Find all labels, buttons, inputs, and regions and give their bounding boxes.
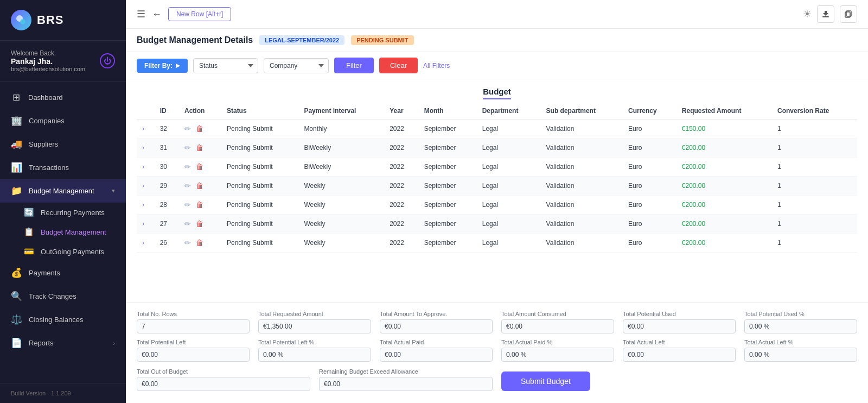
- sidebar-item-budget-management-sub[interactable]: 📋 Budget Management: [0, 222, 126, 242]
- edit-icon[interactable]: ✏: [184, 143, 191, 152]
- cell-status: Pending Submit: [221, 119, 298, 138]
- actual-paid-pct-value[interactable]: [501, 348, 614, 362]
- recurring-payments-icon: 🔄: [24, 207, 34, 217]
- delete-icon[interactable]: 🗑: [196, 162, 203, 171]
- copy-button[interactable]: [840, 5, 857, 23]
- edit-icon[interactable]: ✏: [184, 181, 191, 190]
- total-consumed-value[interactable]: [501, 319, 614, 333]
- companies-icon: 🏢: [11, 115, 22, 127]
- sidebar-item-budget-management[interactable]: 📁 Budget Management ▾: [0, 179, 126, 203]
- cell-requested-amount: €200.00: [676, 234, 772, 253]
- sidebar-item-label: Closing Balances: [29, 316, 83, 324]
- expand-icon[interactable]: ›: [142, 220, 144, 228]
- clear-button[interactable]: Clear: [379, 58, 418, 73]
- edit-icon[interactable]: ✏: [184, 124, 191, 133]
- sidebar: BRS Welcome Back, Pankaj Jha. brs@better…: [0, 0, 126, 403]
- actual-left-value[interactable]: [623, 348, 736, 362]
- potential-used-pct-label: Total Potential Used %: [744, 311, 857, 317]
- cell-conversion-rate: 1: [772, 158, 857, 177]
- cell-action: ✏ 🗑: [179, 196, 221, 215]
- svg-point-1: [20, 19, 25, 24]
- download-button[interactable]: [817, 5, 834, 23]
- expand-icon[interactable]: ›: [142, 163, 144, 171]
- potential-left-pct-value[interactable]: [258, 348, 371, 362]
- reports-icon: 📄: [11, 337, 22, 349]
- build-version: Build Version - 1.1.209: [0, 383, 126, 403]
- cell-sub-department: Validation: [541, 196, 623, 215]
- stat-total-approve: Total Amount To Approve.: [380, 311, 493, 333]
- sidebar-item-outgoing-payments[interactable]: 💳 OutGoing Payments: [0, 242, 126, 261]
- cell-action: ✏ 🗑: [179, 119, 221, 138]
- expand-icon[interactable]: ›: [142, 125, 144, 133]
- sidebar-item-track-changes[interactable]: 🔍 Track Changes: [0, 285, 126, 308]
- back-icon[interactable]: ←: [152, 9, 162, 20]
- cell-currency: Euro: [623, 119, 676, 138]
- cell-conversion-rate: 1: [772, 138, 857, 158]
- total-requested-value[interactable]: [258, 319, 371, 333]
- cell-department: Legal: [477, 234, 541, 253]
- delete-icon[interactable]: 🗑: [196, 200, 203, 209]
- col-conversion-rate: Conversion Rate: [772, 103, 857, 119]
- total-rows-value[interactable]: [137, 319, 250, 333]
- actual-paid-value[interactable]: [380, 348, 493, 362]
- remaining-budget-value[interactable]: [319, 377, 493, 391]
- stats-grid-bottom: Total Potential Left Total Potential Lef…: [137, 339, 857, 362]
- submit-budget-button[interactable]: Submit Budget: [501, 371, 590, 391]
- out-of-budget-value[interactable]: [137, 377, 310, 391]
- delete-icon[interactable]: 🗑: [196, 124, 203, 133]
- sidebar-item-closing-balances[interactable]: ⚖️ Closing Balances: [0, 308, 126, 331]
- sidebar-item-payments[interactable]: 💰 Payments: [0, 261, 126, 285]
- all-filters-link[interactable]: All Filters: [423, 62, 450, 70]
- power-icon[interactable]: ⏻: [100, 53, 115, 68]
- table-row: › 26 ✏ 🗑 Pending Submit Weekly 2022 Sept…: [137, 234, 857, 253]
- company-filter-select[interactable]: Company: [264, 58, 329, 73]
- cell-payment-interval: Weekly: [298, 177, 384, 196]
- delete-icon[interactable]: 🗑: [196, 238, 203, 247]
- status-filter-select[interactable]: Status: [193, 58, 258, 73]
- sidebar-item-reports[interactable]: 📄 Reports ›: [0, 331, 126, 355]
- cell-year: 2022: [384, 119, 419, 138]
- chevron-right-icon: ›: [113, 340, 115, 347]
- cell-currency: Euro: [623, 196, 676, 215]
- expand-icon[interactable]: ›: [142, 201, 144, 209]
- sidebar-item-transactions[interactable]: 📊 Transactions: [0, 156, 126, 179]
- sidebar-item-label: Budget Management: [41, 228, 106, 236]
- expand-icon[interactable]: ›: [142, 144, 144, 152]
- sun-icon[interactable]: ☀: [803, 8, 812, 20]
- expand-icon[interactable]: ›: [142, 239, 144, 247]
- delete-icon[interactable]: 🗑: [196, 181, 203, 190]
- sidebar-item-label: Suppliers: [29, 140, 58, 148]
- menu-icon[interactable]: ☰: [137, 8, 145, 20]
- potential-left-value[interactable]: [137, 348, 250, 362]
- total-approve-value[interactable]: [380, 319, 493, 333]
- actual-left-pct-value[interactable]: [744, 348, 857, 362]
- closing-balances-icon: ⚖️: [11, 314, 22, 325]
- delete-icon[interactable]: 🗑: [196, 219, 203, 228]
- edit-icon[interactable]: ✏: [184, 238, 191, 247]
- edit-icon[interactable]: ✏: [184, 162, 191, 171]
- table-row: › 32 ✏ 🗑 Pending Submit Monthly 2022 Sep…: [137, 119, 857, 138]
- delete-icon[interactable]: 🗑: [196, 143, 203, 152]
- sidebar-item-suppliers[interactable]: 🚚 Suppliers: [0, 133, 126, 156]
- edit-icon[interactable]: ✏: [184, 219, 191, 228]
- sidebar-item-label: Recurring Payments: [41, 209, 105, 217]
- topbar: ☰ ← New Row [Alt+r] ☀: [126, 0, 868, 29]
- sidebar-item-recurring-payments[interactable]: 🔄 Recurring Payments: [0, 203, 126, 222]
- out-of-budget-label: Total Out of Budget: [137, 368, 310, 375]
- sidebar-logo: BRS: [0, 0, 126, 41]
- cell-month: September: [419, 234, 477, 253]
- col-month: Month: [419, 103, 477, 119]
- sidebar-item-dashboard[interactable]: ⊞ Dashboard: [0, 86, 126, 109]
- actual-left-pct-label: Total Actual Left %: [744, 339, 857, 345]
- edit-icon[interactable]: ✏: [184, 200, 191, 209]
- potential-used-pct-value[interactable]: [744, 319, 857, 333]
- total-consumed-label: Total Amount Consumed: [501, 311, 614, 317]
- potential-used-value[interactable]: [623, 319, 736, 333]
- filter-button[interactable]: Filter: [334, 58, 374, 73]
- table-section: Budget ID Action Status Payment interval…: [126, 79, 868, 303]
- new-row-button[interactable]: New Row [Alt+r]: [168, 7, 231, 21]
- user-name: Pankaj Jha.: [11, 57, 85, 66]
- cell-id: 26: [155, 234, 179, 253]
- expand-icon[interactable]: ›: [142, 182, 144, 190]
- sidebar-item-companies[interactable]: 🏢 Companies: [0, 109, 126, 133]
